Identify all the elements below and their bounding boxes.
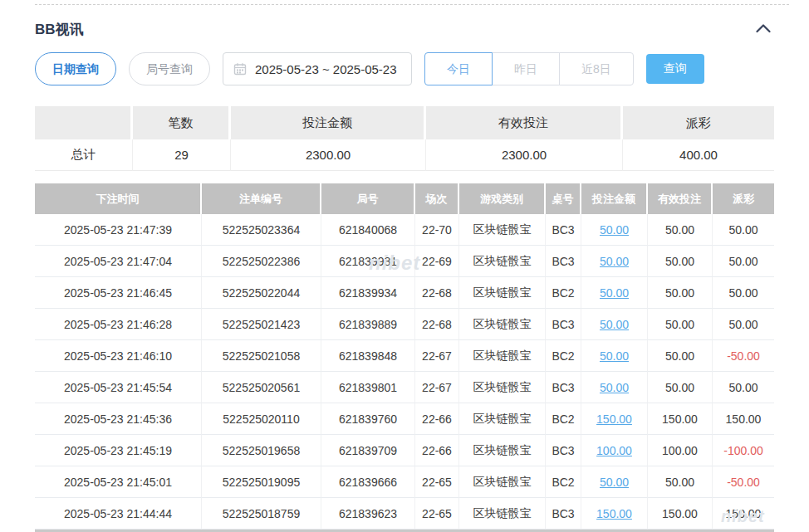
table-row: 2025-05-23 21:45:54522525020561621839801… [35, 372, 774, 403]
top-dashed-divider [35, 4, 789, 5]
collapse-panel-button[interactable] [753, 20, 774, 38]
summary-col-bet-amount: 投注金额 [231, 106, 426, 139]
summary-total-label: 总计 [35, 139, 133, 171]
table-row: 2025-05-23 21:47:04522525022386621839981… [35, 246, 774, 277]
bet-records-table: 下注时间 注单编号 局号 场次 游戏类别 桌号 投注金额 有效投注 派彩 202… [35, 183, 774, 530]
bet-amount-link[interactable]: 100.00 [596, 444, 632, 457]
table-row: 2025-05-23 21:46:45522525022044621839934… [35, 277, 774, 309]
col-payout: 派彩 [713, 183, 774, 214]
search-button[interactable]: 查询 [646, 54, 704, 84]
summary-col-count: 笔数 [133, 106, 231, 139]
col-session: 场次 [415, 183, 459, 214]
bet-amount-link[interactable]: 50.00 [600, 349, 629, 363]
col-bet-time: 下注时间 [35, 183, 202, 214]
bet-amount-link[interactable]: 50.00 [600, 381, 629, 394]
date-range-input[interactable]: 2025-05-23 ~ 2025-05-23 [223, 52, 412, 85]
summary-total-valid-bet: 2300.00 [426, 139, 623, 171]
table-row: 2025-05-23 21:46:28522525021423621839889… [35, 309, 774, 340]
quick-range-last8days[interactable]: 近8日 [559, 52, 634, 85]
col-game-type: 游戏类别 [459, 183, 546, 214]
col-order-number: 注单编号 [202, 183, 321, 214]
table-row: 2025-05-23 21:45:36522525020110621839760… [35, 403, 774, 435]
table-row: 2025-05-23 21:45:19522525019658621839709… [35, 435, 774, 466]
quick-range-yesterday[interactable]: 昨日 [492, 52, 560, 85]
summary-table: 笔数 投注金额 有效投注 派彩 总计 29 2300.00 2300.00 40… [35, 106, 774, 171]
bet-amount-link[interactable]: 50.00 [600, 223, 629, 237]
table-row: 2025-05-23 21:44:44522525018759621839623… [35, 498, 774, 530]
summary-col-valid-bet: 有效投注 [426, 106, 623, 139]
summary-col-payout: 派彩 [623, 106, 774, 139]
calendar-icon [233, 62, 247, 76]
bet-amount-link[interactable]: 50.00 [600, 286, 629, 300]
bet-records-panel: BB视讯 日期查询 局号查询 [0, 4, 809, 532]
summary-col-blank [35, 106, 133, 139]
filter-toolbar: 日期查询 局号查询 2025-05-23 ~ 2025-05-23 今日 [35, 52, 774, 85]
col-table-number: 桌号 [546, 183, 581, 214]
table-row: 2025-05-23 21:45:01522525019095621839666… [35, 466, 774, 498]
date-query-tab[interactable]: 日期查询 [35, 52, 116, 85]
bet-amount-link[interactable]: 50.00 [600, 318, 629, 331]
col-round-number: 局号 [321, 183, 415, 214]
table-row: 2025-05-23 21:47:39522525023364621840068… [35, 214, 774, 246]
summary-header-row: 笔数 投注金额 有效投注 派彩 [35, 106, 774, 139]
round-query-tab[interactable]: 局号查询 [129, 52, 210, 85]
summary-total-row: 总计 29 2300.00 2300.00 400.00 [35, 139, 774, 171]
page-title: BB视讯 [35, 20, 84, 39]
col-valid-bet: 有效投注 [648, 183, 713, 214]
col-bet-amount: 投注金额 [581, 183, 648, 214]
bet-amount-link[interactable]: 150.00 [596, 412, 632, 426]
summary-total-payout: 400.00 [623, 139, 774, 171]
table-header-row: 下注时间 注单编号 局号 场次 游戏类别 桌号 投注金额 有效投注 派彩 [35, 183, 774, 214]
bet-amount-link[interactable]: 50.00 [600, 476, 629, 489]
summary-total-count: 29 [133, 139, 231, 171]
bet-amount-link[interactable]: 50.00 [600, 255, 629, 268]
chevron-up-icon [756, 22, 771, 36]
summary-total-bet-amount: 2300.00 [231, 139, 426, 171]
bet-amount-link[interactable]: 150.00 [596, 507, 632, 520]
quick-range-today[interactable]: 今日 [424, 52, 493, 85]
table-row: 2025-05-23 21:46:10522525021058621839848… [35, 340, 774, 372]
date-range-value: 2025-05-23 ~ 2025-05-23 [255, 62, 397, 76]
quick-range-group: 今日 昨日 近8日 [424, 52, 634, 85]
